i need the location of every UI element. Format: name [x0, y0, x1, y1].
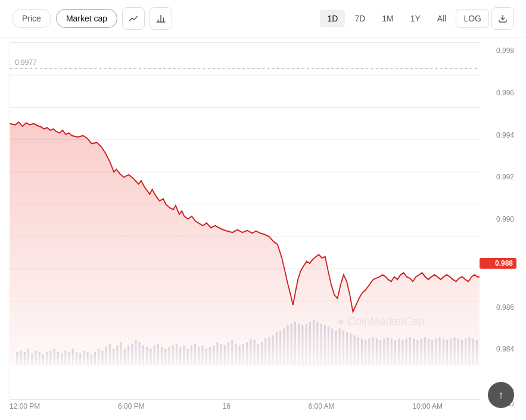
- market-cap-tab[interactable]: Market cap: [56, 9, 117, 28]
- period-7d-button[interactable]: 7D: [347, 10, 372, 27]
- y-label-0992: 0.992: [480, 173, 516, 181]
- line-chart-button[interactable]: [122, 7, 145, 30]
- bar-chart-button[interactable]: [150, 7, 172, 30]
- x-label-600pm: 6:00 PM: [118, 402, 145, 410]
- bar-chart-icon: [155, 13, 166, 24]
- back-to-top-button[interactable]: ↑: [488, 382, 514, 408]
- period-1y-button[interactable]: 1Y: [403, 10, 428, 27]
- toolbar: Price Market cap 1D 7D 1M 1Y All LOG: [0, 0, 526, 38]
- x-label-1200pm: 12:00 PM: [10, 402, 40, 410]
- chart-container: 0.9977: [10, 42, 516, 400]
- y-label-0998: 0.998: [480, 47, 516, 54]
- y-label-0996: 0.996: [480, 89, 516, 97]
- right-controls: 1D 7D 1M 1Y All LOG: [320, 7, 514, 30]
- line-chart-icon: [128, 13, 139, 24]
- price-chart-svg: ● CoinMarketCap: [10, 43, 480, 399]
- x-axis-row: 12:00 PM 6:00 PM 16 6:00 AM 10:00 AM USD: [10, 400, 516, 410]
- x-label-600am: 6:00 AM: [309, 402, 335, 410]
- x-axis: 12:00 PM 6:00 PM 16 6:00 AM 10:00 AM: [10, 400, 443, 410]
- period-1m-button[interactable]: 1M: [375, 10, 400, 27]
- left-controls: Price Market cap: [12, 7, 172, 30]
- y-label-0994: 0.994: [480, 132, 516, 139]
- chart-area: 0.9977: [10, 42, 516, 400]
- download-button[interactable]: [491, 7, 514, 30]
- chart-inner: 0.9977: [10, 42, 480, 400]
- period-all-button[interactable]: All: [430, 10, 454, 27]
- y-axis: 0.998 0.996 0.994 0.992 0.990 0.988 0.98…: [480, 42, 516, 400]
- y-label-0984: 0.984: [480, 346, 516, 353]
- period-1d-button[interactable]: 1D: [320, 10, 345, 27]
- x-label-16: 16: [222, 402, 230, 410]
- log-button[interactable]: LOG: [456, 9, 489, 28]
- y-label-0990: 0.990: [480, 216, 516, 223]
- current-price-badge: 0.988: [480, 258, 516, 269]
- download-icon: [498, 14, 508, 23]
- svg-text:● CoinMarketCap: ● CoinMarketCap: [338, 314, 425, 328]
- price-tab[interactable]: Price: [12, 9, 51, 28]
- x-label-1000am: 10:00 AM: [412, 402, 443, 410]
- y-label-0986: 0.986: [480, 304, 516, 311]
